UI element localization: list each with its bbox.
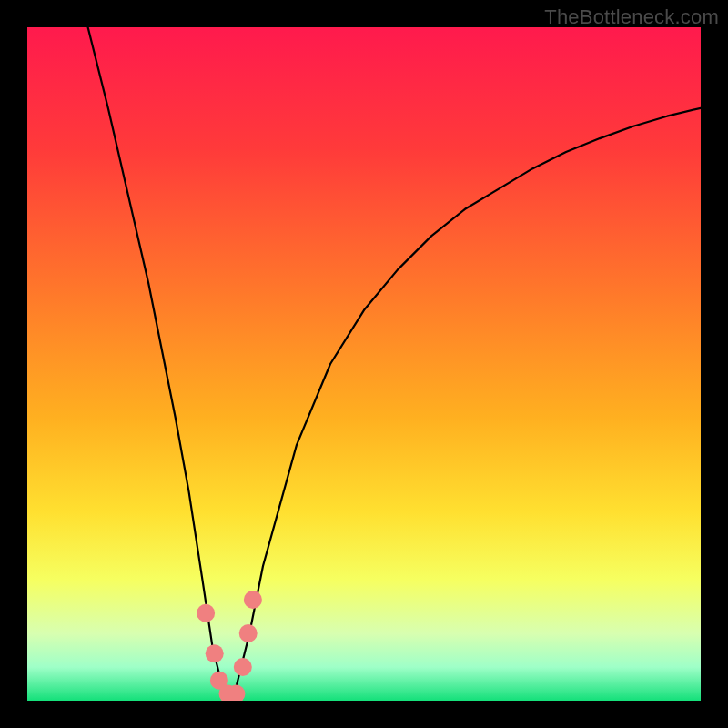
marker-dot (206, 644, 224, 662)
marker-dot (197, 604, 215, 622)
chart-svg (27, 27, 701, 701)
marker-dot (244, 591, 262, 609)
watermark-text: TheBottleneck.com (544, 5, 719, 29)
plot-area (27, 27, 701, 701)
chart-frame: TheBottleneck.com (0, 0, 728, 728)
gradient-background (27, 27, 701, 701)
marker-dot (239, 624, 258, 642)
marker-dot (234, 658, 252, 676)
